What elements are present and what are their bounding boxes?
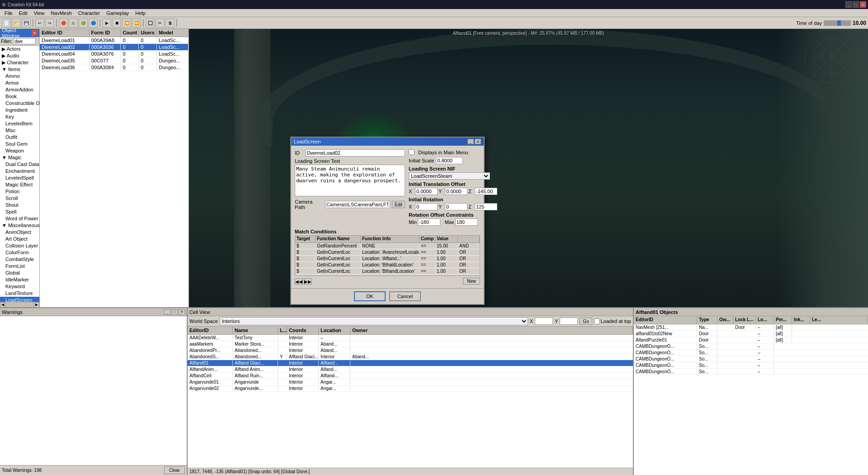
col-form-id[interactable]: Form ID — [90, 29, 121, 37]
col-count[interactable]: Count — [121, 29, 139, 37]
cancel-button[interactable]: Cancel — [389, 291, 421, 301]
minimize-button[interactable]: _ — [845, 1, 852, 8]
toolbar-btn5[interactable]: 🟢 — [79, 19, 88, 28]
nav-prev-btn[interactable]: ▶▶ — [304, 278, 312, 285]
dialog-minimize[interactable]: _ — [467, 139, 474, 144]
tx-input[interactable] — [415, 188, 438, 195]
toolbar-save[interactable]: 💾 — [22, 19, 31, 28]
object-window-close[interactable]: ✕ — [32, 30, 38, 36]
cell-row-4[interactable]: Alftand01 Alftand Glaci... Interior Alft… — [188, 360, 633, 366]
camera-path-input[interactable] — [325, 201, 390, 208]
ry-input[interactable] — [445, 203, 467, 210]
cell-col-location[interactable]: Location — [319, 327, 350, 334]
rz-input[interactable] — [475, 203, 497, 210]
toolbar-btn4[interactable]: ⚠ — [69, 19, 78, 28]
edit-camera-button[interactable]: Edit — [392, 201, 405, 208]
maximize-button[interactable]: □ — [853, 1, 859, 8]
rx-input[interactable] — [415, 203, 438, 210]
dialog-close[interactable]: ✕ — [475, 139, 481, 144]
warnings-restore[interactable]: □ — [171, 309, 178, 315]
object-row-4[interactable]: DwemeLoad36 000A3084 0 0 Dungeo... — [40, 64, 189, 71]
tree-landtexture[interactable]: LandTexture — [0, 290, 39, 297]
tree-constructible[interactable]: Constructible Obje... — [0, 100, 39, 107]
cell-col-editorid[interactable]: EditorID — [188, 327, 233, 334]
toolbar-btn9[interactable]: ⏪ — [122, 19, 131, 28]
toolbar-btn8[interactable]: ⏹ — [112, 19, 121, 28]
tree-scroll[interactable]: Scroll — [0, 195, 39, 202]
object-row-0[interactable]: DwemeLoad01 000A39A8 0 0 LoadSc... — [40, 37, 189, 44]
max-input[interactable] — [455, 218, 478, 226]
right-col-lockl[interactable]: Lock L... — [733, 316, 756, 324]
toolbar-btn7[interactable]: ▶ — [102, 19, 111, 28]
new-condition-button[interactable]: New — [463, 278, 480, 285]
scroll-track[interactable] — [5, 303, 34, 307]
tree-key[interactable]: Key — [0, 114, 39, 120]
cell-row-3[interactable]: AbandonedS... Abandoned... Y Alftand Gla… — [188, 354, 633, 360]
ok-button[interactable]: OK — [354, 291, 386, 301]
toolbar-btn6[interactable]: 🔵 — [89, 19, 98, 28]
tree-outfit[interactable]: Outfit — [0, 134, 39, 141]
tree-colorform[interactable]: ColorForm — [0, 249, 39, 256]
object-row-3[interactable]: DwemeLoad35 00C077 0 0 Dungeo... — [40, 57, 189, 64]
warnings-close[interactable]: ✕ — [179, 309, 185, 315]
loaded-at-top-label[interactable]: Loaded at top — [594, 318, 631, 324]
col-model[interactable]: Model — [157, 29, 189, 37]
nif-dropdown[interactable]: LoadScreenSteam — [409, 172, 490, 180]
toolbar-btn13[interactable]: 🗑 — [165, 19, 175, 28]
tree-character[interactable]: ▶ Character — [0, 59, 39, 66]
tree-ingredient[interactable]: Ingredient — [0, 107, 39, 114]
toolbar-undo[interactable]: ↩ — [35, 19, 44, 28]
tree-ammo[interactable]: Ammo — [0, 73, 39, 80]
close-button[interactable]: ✕ — [860, 1, 866, 8]
tree-weapon[interactable]: Weapon — [0, 147, 39, 154]
initial-scale-input[interactable] — [436, 157, 463, 164]
tree-actors[interactable]: ▶ Actors — [0, 46, 39, 52]
toolbar-open[interactable]: 📂 — [12, 19, 21, 28]
cell-row-5[interactable]: AlftandAnim... Alftand Anim... Interior … — [188, 366, 633, 373]
tree-dualcastdata[interactable]: Dual Cast Data — [0, 161, 39, 168]
tree-potion[interactable]: Potion — [0, 188, 39, 195]
match-row-0[interactable]: $ GetRandomPercent NONE <= 15.00 AND — [295, 243, 480, 249]
tree-combatstyle[interactable]: CombatStyle — [0, 256, 39, 263]
ty-input[interactable] — [445, 188, 467, 195]
scroll-right-btn[interactable]: ▶ — [34, 302, 39, 308]
cell-col-l[interactable]: L... — [278, 327, 287, 334]
match-row-4[interactable]: $ GetInCurrentLoc Location: 'BthandLocat… — [295, 268, 480, 275]
match-row-3[interactable]: $ GetInCurrentLoc Location: 'BthaldLocat… — [295, 262, 480, 268]
toolbar-redo[interactable]: ↪ — [45, 19, 54, 28]
cell-row-2[interactable]: AbandonedPr... Abandoned... Interior Aba… — [188, 347, 633, 354]
menu-view[interactable]: View — [31, 10, 47, 16]
cell-row-8[interactable]: Angarvunde02 Angarvunde... Interior Anga… — [188, 385, 633, 392]
world-space-dropdown[interactable]: Interiors — [220, 317, 528, 325]
right-col-le[interactable]: Le... — [810, 316, 868, 324]
menu-character[interactable]: Character — [75, 10, 103, 16]
right-col-per[interactable]: Per... — [774, 316, 792, 324]
match-row-1[interactable]: $ GetInCurrentLoc Location: 'AvanchnzelL… — [295, 249, 480, 256]
tree-misc[interactable]: Misc — [0, 127, 39, 134]
tree-leveleditem[interactable]: LeveledItem — [0, 120, 39, 127]
tree-items[interactable]: ▼ Items — [0, 66, 39, 73]
right-col-editorid[interactable]: EditorID — [634, 316, 697, 324]
menu-gameplay[interactable]: Gameplay — [104, 10, 132, 16]
object-row-2[interactable]: DwemeLoad04 000A3076 0 0 LoadSc... — [40, 51, 189, 57]
viewport[interactable]: Alftand01 [Free camera, perspective] - M… — [189, 29, 868, 307]
tree-scrollbar[interactable]: ◀ ▶ — [0, 302, 39, 307]
tree-magiceffect[interactable]: Magic Effect — [0, 181, 39, 188]
loaded-at-top-checkbox[interactable] — [594, 318, 600, 324]
tree-shout[interactable]: Shout — [0, 202, 39, 209]
tree-armoraddon[interactable]: ArmorAddon — [0, 86, 39, 93]
tree-enchantment[interactable]: Enchantment — [0, 168, 39, 175]
col-users[interactable]: Users — [139, 29, 157, 37]
cell-row-6[interactable]: AlftandCell Alftand Ruin... Interior Alf… — [188, 373, 633, 379]
tree-animobject[interactable]: AnimObject — [0, 229, 39, 236]
time-slider[interactable] — [824, 20, 851, 26]
clear-warnings-button[interactable]: Clear — [164, 466, 185, 474]
tree-wordofpower[interactable]: Word of Power — [0, 215, 39, 222]
warnings-minimize[interactable]: _ — [164, 309, 170, 315]
nav-first-btn[interactable]: ◀◀ — [295, 278, 303, 285]
toolbar-btn12[interactable]: ✏ — [156, 19, 165, 28]
displays-checkbox[interactable] — [409, 149, 415, 155]
toolbar-new[interactable]: 📄 — [2, 19, 11, 28]
tree-armor[interactable]: Armor — [0, 80, 39, 86]
right-col-lo[interactable]: Lo... — [756, 316, 774, 324]
